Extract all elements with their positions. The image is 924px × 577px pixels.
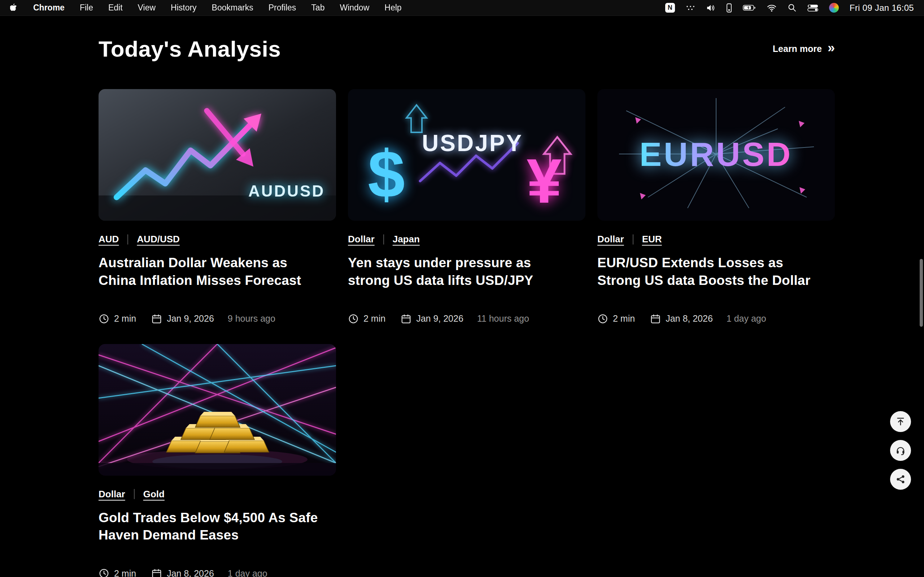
- share-button[interactable]: [890, 469, 911, 490]
- time-ago-label: 1 day ago: [727, 313, 766, 324]
- apple-menu-icon[interactable]: [10, 3, 18, 13]
- control-center-icon[interactable]: [808, 4, 818, 11]
- tag-link-aud[interactable]: AUD: [99, 234, 119, 245]
- menu-app-name[interactable]: Chrome: [33, 3, 65, 13]
- menu-item-window[interactable]: Window: [340, 3, 369, 13]
- publish-date: Jan 9, 2026: [151, 313, 214, 324]
- publish-date: Jan 9, 2026: [401, 313, 464, 324]
- article-meta: 2 min Jan 9, 2026 11 hours ago: [348, 313, 585, 324]
- page-content: Today's Analysis Learn more »: [0, 16, 924, 577]
- article-tags: Dollar Japan: [348, 234, 585, 245]
- usdjpy-image-label: USDJPY: [422, 130, 523, 156]
- eurusd-image-label: EURUSD: [640, 136, 793, 173]
- clock-icon: [597, 313, 608, 324]
- article-title[interactable]: Australian Dollar Weakens as China Infla…: [99, 254, 324, 290]
- article-card-gold: Dollar Gold Gold Trades Below $4,500 As …: [99, 344, 336, 577]
- clock-icon: [99, 313, 109, 324]
- tag-link-dollar[interactable]: Dollar: [597, 234, 624, 245]
- share-icon: [895, 474, 906, 484]
- learn-more-link[interactable]: Learn more »: [773, 43, 835, 56]
- read-time-label: 2 min: [114, 568, 136, 577]
- publish-date: Jan 8, 2026: [650, 313, 713, 324]
- article-tags: Dollar Gold: [99, 488, 336, 500]
- article-tags: AUD AUD/USD: [99, 234, 336, 245]
- arrow-up-to-line-icon: [895, 416, 906, 427]
- tag-divider: [134, 489, 135, 499]
- learn-more-label: Learn more: [773, 44, 822, 54]
- dollar-symbol: $: [368, 137, 405, 211]
- wifi-icon[interactable]: [767, 4, 777, 12]
- search-icon[interactable]: [788, 3, 796, 12]
- read-time-label: 2 min: [114, 313, 136, 324]
- yen-symbol: ¥: [527, 146, 562, 216]
- read-time-label: 2 min: [363, 313, 386, 324]
- menu-item-help[interactable]: Help: [384, 3, 401, 13]
- article-tags: Dollar EUR: [597, 234, 835, 245]
- article-card-eurusd: EURUSD Dollar EUR EUR/USD Extends Losses…: [597, 89, 835, 324]
- publish-date: Jan 8, 2026: [151, 568, 214, 577]
- scrollbar-thumb[interactable]: [920, 259, 923, 327]
- notion-icon[interactable]: N: [665, 3, 675, 13]
- double-chevron-right-icon: »: [828, 42, 835, 55]
- macos-menu-bar: Chrome File Edit View History Bookmarks …: [0, 0, 924, 16]
- screen: Chrome File Edit View History Bookmarks …: [0, 0, 924, 577]
- volume-icon[interactable]: [706, 3, 716, 13]
- menu-item-tab[interactable]: Tab: [311, 3, 325, 13]
- menu-item-bookmarks[interactable]: Bookmarks: [212, 3, 254, 13]
- read-time-label: 2 min: [613, 313, 635, 324]
- calendar-icon: [151, 568, 162, 577]
- profile-avatar[interactable]: [829, 3, 839, 13]
- article-meta: 2 min Jan 8, 2026 1 day ago: [597, 313, 835, 324]
- time-ago-label: 11 hours ago: [477, 313, 529, 324]
- article-image-eurusd[interactable]: EURUSD: [597, 89, 835, 221]
- calendar-icon: [650, 313, 661, 324]
- read-time: 2 min: [597, 313, 635, 324]
- menu-item-view[interactable]: View: [138, 3, 155, 13]
- article-title[interactable]: Yen stays under pressure as strong US da…: [348, 254, 573, 290]
- support-button[interactable]: [890, 440, 911, 461]
- publish-date-label: Jan 8, 2026: [666, 313, 713, 324]
- article-image-usdjpy[interactable]: $ USDJPY ¥: [348, 89, 585, 221]
- article-meta: 2 min Jan 9, 2026 9 hours ago: [99, 313, 336, 324]
- tag-divider: [383, 234, 384, 245]
- publish-date-label: Jan 9, 2026: [416, 313, 464, 324]
- read-time: 2 min: [99, 313, 136, 324]
- tag-link-gold[interactable]: Gold: [143, 488, 165, 500]
- menu-item-edit[interactable]: Edit: [108, 3, 123, 13]
- calendar-icon: [401, 313, 412, 324]
- battery-icon[interactable]: [743, 5, 756, 11]
- article-title[interactable]: EUR/USD Extends Losses as Strong US data…: [597, 254, 823, 290]
- page-title: Today's Analysis: [99, 36, 281, 62]
- section-header: Today's Analysis Learn more »: [99, 36, 835, 62]
- scroll-to-top-button[interactable]: [890, 411, 911, 432]
- article-meta: 2 min Jan 8, 2026 1 day ago: [99, 568, 336, 577]
- dots-grid-icon[interactable]: [686, 5, 695, 11]
- audusd-image-label: AUDUSD: [248, 182, 325, 200]
- clock-icon: [348, 313, 359, 324]
- time-ago-label: 9 hours ago: [228, 313, 275, 324]
- tag-link-audusd[interactable]: AUD/USD: [137, 234, 179, 245]
- article-card-usdjpy: $ USDJPY ¥ Dollar Japan Yen stays under …: [348, 89, 585, 324]
- calendar-icon: [151, 313, 162, 324]
- tag-link-japan[interactable]: Japan: [393, 234, 420, 245]
- publish-date-label: Jan 8, 2026: [167, 568, 214, 577]
- tag-link-dollar[interactable]: Dollar: [348, 234, 375, 245]
- menu-item-history[interactable]: History: [171, 3, 197, 13]
- time-ago-label: 1 day ago: [228, 568, 267, 577]
- read-time: 2 min: [99, 568, 136, 577]
- status-device-icon[interactable]: [726, 3, 732, 13]
- clock-icon: [99, 568, 109, 577]
- tag-divider: [128, 234, 128, 245]
- article-image-gold[interactable]: [99, 344, 336, 475]
- menu-clock[interactable]: Fri 09 Jan 16:05: [850, 3, 914, 13]
- article-title[interactable]: Gold Trades Below $4,500 As Safe Haven D…: [99, 509, 324, 545]
- publish-date-label: Jan 9, 2026: [167, 313, 214, 324]
- tag-divider: [633, 234, 633, 245]
- article-image-audusd[interactable]: AUDUSD: [99, 89, 336, 221]
- menu-item-file[interactable]: File: [80, 3, 93, 13]
- tag-link-eur[interactable]: EUR: [642, 234, 662, 245]
- floating-actions: [890, 411, 911, 490]
- tag-link-dollar[interactable]: Dollar: [99, 488, 125, 500]
- menu-item-profiles[interactable]: Profiles: [268, 3, 296, 13]
- articles-grid: AUDUSD AUD AUD/USD Australian Dollar Wea…: [99, 89, 924, 577]
